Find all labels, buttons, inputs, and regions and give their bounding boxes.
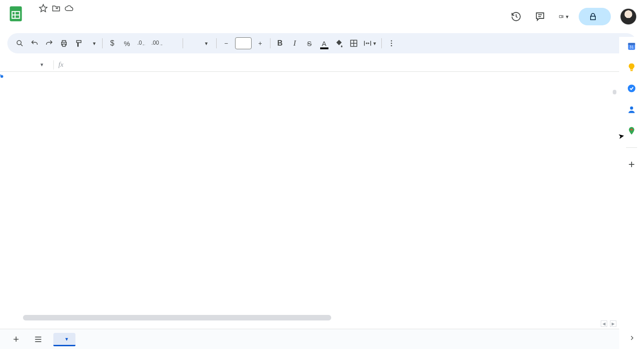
name-box[interactable]: ▼	[5, 62, 49, 67]
selection-handle[interactable]	[0, 75, 4, 78]
cloud-status-icon[interactable]	[64, 4, 74, 13]
toolbar: ▼ $ % .0← .00→ ▼ − + B I S A ▼	[7, 33, 637, 53]
redo-button[interactable]	[42, 36, 56, 50]
account-avatar[interactable]	[620, 8, 637, 25]
history-icon[interactable]	[507, 7, 525, 26]
svg-point-13	[391, 45, 392, 47]
svg-line-7	[21, 44, 23, 46]
format-123-button[interactable]	[166, 36, 180, 50]
app-header: ▼	[0, 0, 644, 29]
svg-point-12	[391, 43, 392, 44]
lock-icon	[589, 12, 597, 21]
move-icon[interactable]	[52, 4, 61, 13]
svg-point-22	[630, 106, 633, 110]
strikethrough-button[interactable]: S	[303, 36, 316, 50]
svg-text:31: 31	[629, 45, 634, 49]
document-title[interactable]	[29, 7, 35, 9]
all-sheets-button[interactable]	[31, 332, 45, 346]
font-select[interactable]: ▼	[186, 41, 213, 46]
formula-bar: ▼ fx	[0, 58, 644, 72]
spreadsheet-grid[interactable]	[0, 75, 619, 321]
paint-format-button[interactable]	[72, 36, 86, 50]
decrease-decimal-button[interactable]: .0←	[135, 36, 149, 50]
fx-icon: fx	[58, 61, 63, 69]
tasks-icon[interactable]	[627, 84, 636, 95]
sheet-tab[interactable]: ▼	[53, 333, 75, 345]
currency-button[interactable]: $	[105, 36, 119, 50]
maps-icon[interactable]	[627, 126, 636, 137]
merge-cells-button[interactable]: ▼	[362, 36, 379, 50]
contacts-icon[interactable]	[627, 105, 636, 116]
svg-point-6	[17, 41, 21, 45]
sheets-logo[interactable]	[7, 5, 26, 23]
calendar-icon[interactable]: 31	[627, 41, 636, 52]
sheet-nav-arrows[interactable]: ◄►	[601, 320, 616, 327]
star-icon[interactable]	[39, 4, 48, 13]
meet-button[interactable]: ▼	[555, 7, 573, 26]
hide-side-panel-button[interactable]	[628, 334, 636, 343]
borders-button[interactable]	[347, 36, 361, 50]
decrease-font-button[interactable]: −	[219, 36, 233, 50]
increase-decimal-button[interactable]: .00→	[150, 36, 165, 50]
bold-button[interactable]: B	[273, 36, 287, 50]
svg-rect-20	[631, 70, 633, 71]
side-panel: 31 +	[619, 37, 644, 349]
text-color-button[interactable]: A	[317, 36, 331, 50]
add-on-button[interactable]: +	[628, 158, 635, 171]
percent-button[interactable]: %	[120, 36, 134, 50]
svg-point-23	[631, 128, 632, 130]
zoom-select[interactable]: ▼	[86, 41, 99, 46]
sheet-tab-bar: + ▼	[0, 329, 619, 349]
font-size-input[interactable]	[235, 37, 252, 49]
add-sheet-button[interactable]: +	[9, 332, 23, 346]
increase-font-button[interactable]: +	[253, 36, 267, 50]
svg-point-11	[391, 40, 392, 41]
undo-button[interactable]	[28, 36, 41, 50]
share-button[interactable]	[579, 8, 611, 25]
comments-icon[interactable]	[531, 7, 549, 26]
vertical-scrollbar[interactable]	[611, 76, 618, 315]
more-button[interactable]	[385, 36, 398, 50]
italic-button[interactable]: I	[288, 36, 302, 50]
fill-color-button[interactable]	[332, 36, 346, 50]
keep-icon[interactable]	[627, 63, 636, 74]
search-icon[interactable]	[13, 36, 27, 50]
print-button[interactable]	[57, 36, 71, 50]
horizontal-scrollbar[interactable]	[23, 315, 331, 320]
